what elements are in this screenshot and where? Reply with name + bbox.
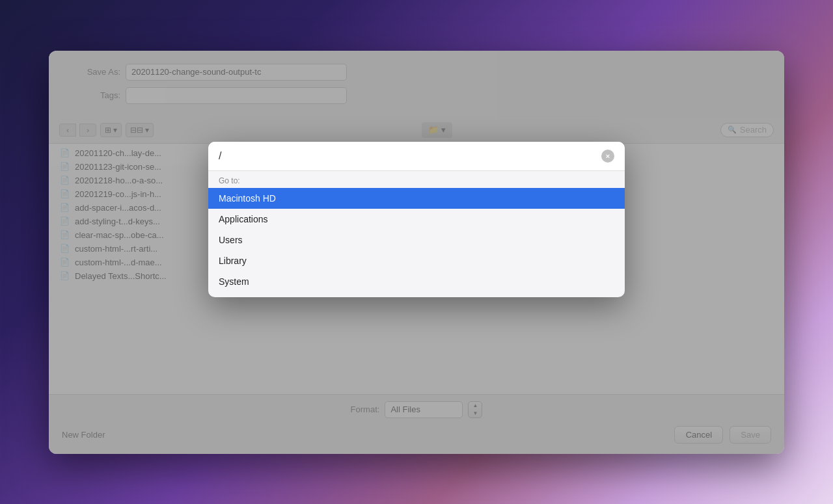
goto-item-label: Applications xyxy=(219,214,268,224)
goto-item-label: Library xyxy=(219,256,247,266)
goto-item-label: Users xyxy=(219,235,243,245)
goto-item-label: System xyxy=(219,276,249,287)
goto-item-users[interactable]: Users xyxy=(208,230,625,250)
goto-list: Go to: Macintosh HD Applications Users L… xyxy=(208,171,625,297)
goto-dialog: × Go to: Macintosh HD Applications Users… xyxy=(208,142,625,297)
goto-item-system[interactable]: System xyxy=(208,271,625,292)
goto-input[interactable] xyxy=(219,150,596,162)
goto-clear-button[interactable]: × xyxy=(601,150,614,163)
goto-input-row: × xyxy=(208,142,625,171)
goto-section-label: Go to: xyxy=(208,171,625,188)
goto-item-library[interactable]: Library xyxy=(208,250,625,271)
goto-overlay: × Go to: Macintosh HD Applications Users… xyxy=(49,51,784,454)
goto-item-macintosh-hd[interactable]: Macintosh HD xyxy=(208,188,625,209)
goto-item-label: Macintosh HD xyxy=(219,193,276,204)
goto-item-applications[interactable]: Applications xyxy=(208,209,625,230)
save-dialog: Save As: Tags: ‹ › ⊞ ▾ ⊟⊟ ▾ 📁 ▾ 🔍 Search xyxy=(49,51,784,454)
